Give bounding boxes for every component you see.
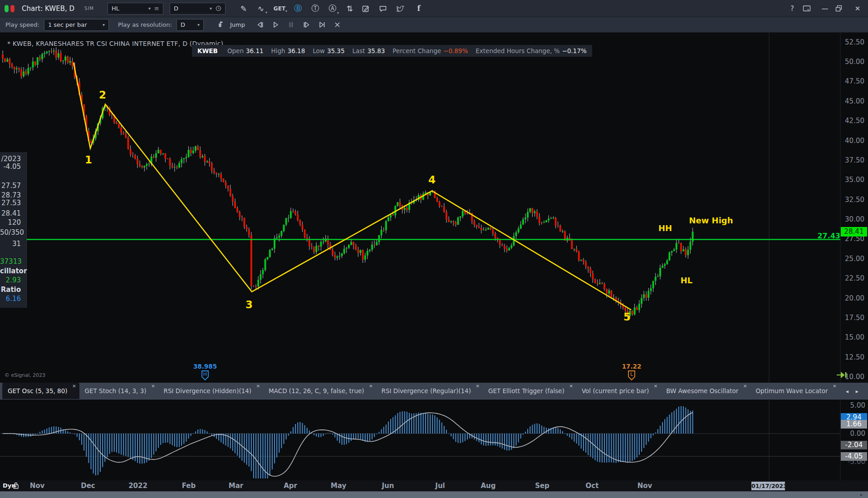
help-button[interactable]: ? — [786, 5, 798, 13]
time-axis-month-label: Nov — [30, 482, 45, 490]
time-axis-month-label: Nov — [638, 482, 652, 490]
study-tab[interactable]: BW Awesome Oscillator✕ — [661, 383, 750, 399]
jump-to-bar-icon[interactable] — [215, 20, 226, 30]
study-tab-label: GET Osc (5, 35, 80) — [8, 387, 68, 394]
oscillator-chart[interactable] — [0, 399, 868, 480]
play-button[interactable] — [270, 20, 281, 30]
time-axis-month-label: Mar — [229, 482, 243, 490]
quote-field: Low35.35 — [313, 47, 344, 54]
play-speed-select[interactable]: 1 sec per bar ▾ — [44, 19, 109, 31]
resolution-select[interactable]: D ▾ — [170, 3, 226, 15]
stop-replay-button[interactable] — [332, 20, 343, 30]
study-tab-label: MACD (12, 26, C, 9, false, true) — [269, 387, 364, 394]
elliott-wave-label[interactable]: 2 — [97, 89, 108, 101]
tab-scroll-arrows[interactable]: ◂ ▸ — [846, 388, 861, 394]
study-tab[interactable]: GET Elliott Trigger (false)✕ — [483, 383, 576, 399]
svg-text:L: L — [630, 371, 633, 377]
study-tab[interactable]: MACD (12, 26, C, 9, false, true)✕ — [263, 383, 376, 399]
elliott-wave-label[interactable]: 4 — [426, 174, 438, 186]
tab-close-icon[interactable]: ✕ — [743, 384, 747, 389]
t-tool-icon[interactable]: Ⓣ — [310, 3, 321, 14]
chart-annotation-text[interactable]: HL — [659, 276, 714, 285]
session-low-label: 17.22 — [615, 363, 648, 370]
chart-style-select[interactable]: HL ▾ ≡ — [108, 3, 163, 15]
price-axis-label: 45.00 — [837, 97, 864, 105]
tab-close-icon[interactable]: ✕ — [151, 384, 155, 389]
step-back-button[interactable] — [255, 20, 266, 30]
chat-icon[interactable] — [379, 5, 390, 13]
session-high-badge-icon[interactable]: H — [201, 370, 210, 381]
price-axis-label: 37.50 — [837, 156, 864, 164]
tab-close-icon[interactable]: ✕ — [72, 384, 76, 389]
scrollbar-right-arrow-icon[interactable]: ▸ — [860, 492, 863, 498]
elliott-wave-label[interactable]: 1 — [83, 154, 94, 166]
sim-badge: SIM — [84, 6, 94, 11]
study-tab-label: RSI Divergence (Hidden)(14) — [164, 387, 252, 394]
oscillator-value-box: 1.66 — [841, 420, 867, 429]
clock-icon — [216, 5, 221, 11]
notes-icon[interactable] — [362, 5, 373, 13]
data-window-value: 2.93 — [0, 276, 21, 284]
a-tool-icon[interactable]: Ⓐ▾ — [327, 3, 338, 14]
facebook-icon[interactable]: f — [413, 4, 424, 13]
session-low-badge-icon[interactable]: L — [627, 370, 636, 381]
study-tab[interactable]: Vol (current price bar)✕ — [576, 383, 661, 399]
support-line-price-label: 27.43 — [809, 232, 840, 240]
restore-button[interactable] — [835, 5, 847, 12]
study-tab[interactable]: RSI Divergence (Hidden)(14)✕ — [158, 383, 264, 399]
price-axis-label: 32.50 — [837, 196, 864, 204]
pause-button[interactable] — [286, 20, 297, 30]
horizontal-scrollbar[interactable] — [0, 491, 868, 498]
tab-close-icon[interactable]: ✕ — [654, 384, 657, 389]
candlestick-chart[interactable] — [0, 33, 868, 383]
quote-info-bar: KWEB Open36.11High36.18Low35.35Last35.83… — [192, 45, 592, 57]
last-price-marker: 28.41 — [841, 227, 867, 237]
tab-close-icon[interactable]: ✕ — [476, 384, 480, 389]
data-window-value: 27.57 — [0, 182, 21, 190]
price-axis-label: 42.50 — [837, 117, 864, 125]
studies-icon[interactable]: ∿▾ — [255, 4, 266, 13]
b-tool-icon[interactable]: Ⓑ — [293, 3, 304, 14]
elliott-wave-label[interactable]: 3 — [243, 299, 255, 311]
sort-arrows-icon[interactable]: ⇅ — [344, 4, 355, 13]
tab-close-icon[interactable]: ✕ — [256, 384, 260, 389]
hamburger-icon: ≡ — [154, 5, 159, 12]
minimize-button[interactable]: — — [819, 5, 831, 13]
tab-close-icon[interactable]: ✕ — [569, 384, 573, 389]
draw-tool-icon[interactable]: ✎ — [238, 4, 249, 13]
time-axis-month-label: Oct — [586, 482, 599, 490]
time-axis-month-label: Sep — [535, 482, 549, 490]
step-forward-button[interactable] — [301, 20, 312, 30]
quote-fields: Open36.11High36.18Low35.35Last35.83Perce… — [227, 47, 587, 54]
study-tab[interactable]: Optimum Wave Locator✕ — [750, 383, 839, 399]
study-tab[interactable]: GET Stoch (14, 3, 3)✕ — [79, 383, 158, 399]
study-tab-label: Optimum Wave Locator — [755, 387, 828, 394]
twitter-icon[interactable] — [396, 4, 407, 13]
play-resolution-label: Play as resolution: — [118, 21, 172, 28]
oscillator-value-box: -2.04 — [841, 441, 867, 449]
price-axis-label: 30.00 — [837, 215, 864, 223]
go-to-last-bar-icon[interactable] — [836, 371, 848, 379]
study-tab-label: GET Stoch (14, 3, 3) — [85, 387, 147, 394]
close-button[interactable]: ✕ — [852, 5, 863, 13]
tab-close-icon[interactable]: ✕ — [833, 384, 836, 389]
elliott-wave-label[interactable]: 5 — [621, 311, 633, 323]
quote-field: Last35.83 — [353, 47, 385, 54]
study-tab-label: BW Awesome Oscillator — [666, 387, 738, 394]
skip-to-end-button[interactable] — [317, 20, 328, 30]
lock-icon[interactable] — [13, 482, 19, 489]
data-window-value: -4.05 — [0, 163, 21, 171]
time-axis-month-label: Apr — [284, 482, 297, 490]
get-tools-icon[interactable]: GET▾ — [273, 5, 286, 12]
play-resolution-select[interactable]: D ▾ — [177, 19, 204, 31]
window-layout-button[interactable] — [803, 5, 814, 12]
last-bar-date-marker: 01/17/2023 — [751, 482, 785, 490]
time-axis-month-label: Feb — [182, 482, 196, 490]
study-tab[interactable]: GET Osc (5, 35, 80)✕ — [2, 383, 79, 399]
elliott-wave-line[interactable] — [74, 63, 631, 310]
time-axis-month-label: 2022 — [128, 482, 147, 490]
quote-field: Percent Change−0.89% — [392, 47, 468, 54]
study-tab[interactable]: RSI Divergence (Regular)(14)✕ — [376, 383, 483, 399]
chart-annotation-text[interactable]: New High — [684, 216, 738, 225]
tab-close-icon[interactable]: ✕ — [369, 384, 373, 389]
